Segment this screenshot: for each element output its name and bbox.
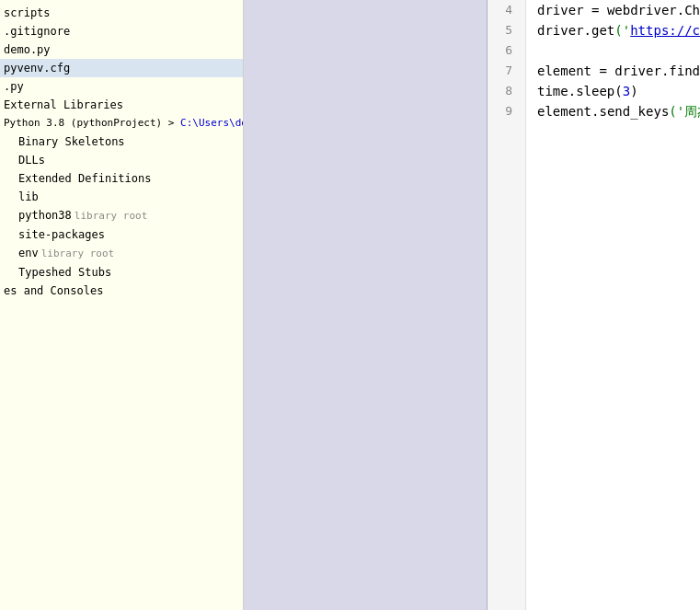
- sidebar-item-gitignore[interactable]: .gitignore: [0, 22, 243, 40]
- sidebar-item-ext-libraries[interactable]: External Libraries: [0, 96, 243, 114]
- sidebar-item-binary-skeletons[interactable]: Binary Skeletons: [0, 132, 243, 151]
- library-root-label: library root: [75, 210, 147, 222]
- code-line-4: driver = webdriver.Chrome(): [537, 0, 700, 20]
- line-number-8: 8: [488, 81, 518, 101]
- sidebar: scripts.gitignoredemo.pypyvenv.cfg.pyExt…: [0, 0, 244, 610]
- sidebar-item-dlls[interactable]: DLLs: [0, 151, 243, 169]
- line-number-6: 6: [488, 40, 518, 61]
- sidebar-item-label: External Libraries: [4, 98, 123, 111]
- code-area: 456789 driver = webdriver.Chrome()driver…: [488, 0, 700, 610]
- sidebar-item-extended-defs[interactable]: Extended Definitions: [0, 169, 243, 188]
- sidebar-item-label: DLLs: [4, 154, 45, 167]
- sidebar-item-consoles[interactable]: es and Consoles: [0, 282, 243, 300]
- interpreter-label: Python 3.8 (pythonProject): [4, 117, 162, 129]
- line-number-7: 7: [488, 61, 518, 81]
- sidebar-item-env-lib[interactable]: envlibrary root: [0, 244, 243, 263]
- sidebar-item-label: pyvenv.cfg: [4, 62, 70, 75]
- sidebar-item-label: es and Consoles: [4, 284, 103, 297]
- code-line-9: element.send_keys('周杰伦\n') #将关键.: [537, 101, 700, 121]
- sidebar-item-pyvenv-cfg[interactable]: pyvenv.cfg: [0, 59, 243, 77]
- library-root-label: library root: [41, 247, 114, 259]
- sidebar-item-label: scripts: [4, 6, 51, 19]
- code-line-5: driver.get('https://cn.bing.com/'): [537, 20, 700, 40]
- sidebar-item-python38-interp[interactable]: Python 3.8 (pythonProject) > C:\Users\de…: [0, 114, 243, 132]
- code-line-8: time.sleep(3): [537, 81, 700, 101]
- line-number-5: 5: [488, 20, 518, 40]
- interpreter-path: C:\Users\dell\Pyc: [180, 117, 244, 129]
- sidebar-item-site-packages[interactable]: site-packages: [0, 225, 243, 244]
- line-number-4: 4: [488, 0, 518, 20]
- sidebar-item-label: site-packages: [4, 228, 105, 241]
- sidebar-item-main-py[interactable]: .py: [0, 77, 243, 96]
- sidebar-item-label: .gitignore: [4, 25, 70, 38]
- interpreter-arrow: >: [162, 117, 180, 129]
- sidebar-item-label: Typeshed Stubs: [4, 266, 111, 279]
- sidebar-item-label: lib: [4, 190, 39, 203]
- sidebar-item-demo-py[interactable]: demo.py: [0, 40, 243, 59]
- sidebar-item-label: Extended Definitions: [4, 172, 152, 185]
- sidebar-item-label: .py: [4, 80, 24, 93]
- code-line-6: [537, 40, 700, 61]
- line-numbers: 456789: [488, 0, 526, 610]
- sidebar-item-python38-lib[interactable]: python38library root: [0, 206, 243, 225]
- code-content[interactable]: driver = webdriver.Chrome()driver.get('h…: [526, 0, 700, 610]
- sidebar-item-label: demo.py: [4, 43, 51, 56]
- sidebar-item-scripts[interactable]: scripts: [0, 4, 243, 22]
- gutter-divider: [244, 0, 488, 610]
- code-line-7: element = driver.find_element(By.ID,: [537, 61, 700, 81]
- sidebar-item-lib[interactable]: lib: [0, 188, 243, 206]
- line-number-9: 9: [488, 101, 518, 121]
- sidebar-item-label: Binary Skeletons: [4, 135, 125, 148]
- sidebar-item-typeshed[interactable]: Typeshed Stubs: [0, 263, 243, 282]
